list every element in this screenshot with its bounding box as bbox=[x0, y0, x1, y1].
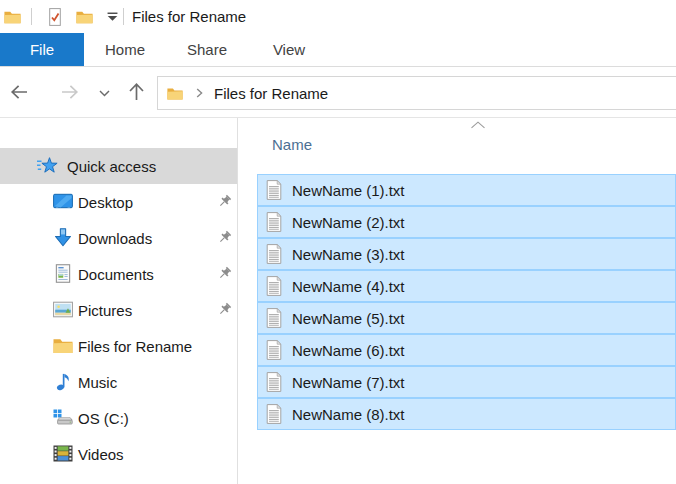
file-row[interactable]: NewName (2).txt bbox=[257, 206, 676, 238]
file-name: NewName (3).txt bbox=[292, 246, 405, 263]
properties-button[interactable] bbox=[47, 8, 63, 26]
pin-icon bbox=[217, 230, 232, 245]
text-file-icon bbox=[266, 372, 282, 392]
file-row[interactable]: NewName (3).txt bbox=[257, 238, 676, 270]
tab-share[interactable]: Share bbox=[166, 33, 248, 66]
drive-icon bbox=[53, 408, 73, 427]
sidebar-item-os-c[interactable]: OS (C:) bbox=[0, 400, 237, 436]
sidebar-item-label: Quick access bbox=[67, 158, 156, 175]
new-folder-button[interactable] bbox=[76, 10, 93, 24]
tab-view[interactable]: View bbox=[248, 33, 330, 66]
check-document-icon bbox=[47, 8, 63, 26]
music-icon bbox=[53, 372, 73, 391]
chevron-down-icon bbox=[99, 90, 110, 97]
file-row[interactable]: NewName (1).txt bbox=[257, 174, 676, 206]
file-list-pane: Name NewName (1).txt NewName (2).txt New… bbox=[238, 118, 676, 484]
sidebar-item-videos[interactable]: Videos bbox=[0, 436, 237, 472]
dropdown-arrow-icon bbox=[107, 12, 118, 21]
column-header-name[interactable]: Name bbox=[272, 136, 312, 153]
quick-access-star-icon bbox=[37, 156, 58, 175]
file-row[interactable]: NewName (7).txt bbox=[257, 366, 676, 398]
pictures-icon bbox=[53, 300, 73, 319]
file-name: NewName (8).txt bbox=[292, 406, 405, 423]
tab-home[interactable]: Home bbox=[84, 33, 166, 66]
sidebar-item-files-for-rename[interactable]: Files for Rename bbox=[0, 328, 237, 364]
address-bar[interactable]: Files for Rename bbox=[157, 76, 676, 110]
up-button[interactable] bbox=[128, 82, 145, 101]
breadcrumb-location[interactable]: Files for Rename bbox=[214, 85, 328, 102]
text-file-icon bbox=[266, 180, 282, 200]
file-name: NewName (7).txt bbox=[292, 374, 405, 391]
file-explorer-window: Files for Rename File Home Share View Fi… bbox=[0, 0, 676, 484]
sidebar-item-label: Desktop bbox=[78, 194, 133, 211]
file-name: NewName (1).txt bbox=[292, 182, 405, 199]
pin-icon bbox=[217, 266, 232, 281]
sidebar-item-label: Downloads bbox=[78, 230, 152, 247]
pin-icon bbox=[217, 302, 232, 317]
file-name: NewName (6).txt bbox=[292, 342, 405, 359]
sidebar-item-downloads[interactable]: Downloads bbox=[0, 220, 237, 256]
file-row[interactable]: NewName (5).txt bbox=[257, 302, 676, 334]
desktop-icon bbox=[53, 192, 73, 211]
toolbar-separator bbox=[123, 8, 124, 25]
text-file-icon bbox=[266, 244, 282, 264]
file-row[interactable]: NewName (8).txt bbox=[257, 398, 676, 430]
toolbar-separator bbox=[31, 8, 32, 25]
pin-icon bbox=[217, 194, 232, 209]
arrow-left-icon bbox=[10, 84, 28, 100]
recent-locations-button[interactable] bbox=[99, 90, 110, 97]
arrow-right-icon bbox=[61, 84, 79, 100]
forward-button[interactable] bbox=[61, 84, 79, 100]
folder-icon bbox=[76, 10, 93, 24]
sort-ascending-icon[interactable] bbox=[470, 121, 486, 129]
window-title: Files for Rename bbox=[132, 8, 246, 25]
sidebar-item-documents[interactable]: Documents bbox=[0, 256, 237, 292]
sidebar-item-label: Music bbox=[78, 374, 117, 391]
file-name: NewName (5).txt bbox=[292, 310, 405, 327]
breadcrumb-chevron-icon[interactable] bbox=[196, 88, 203, 98]
sidebar-item-label: Documents bbox=[78, 266, 154, 283]
documents-icon bbox=[53, 264, 73, 283]
tab-file[interactable]: File bbox=[0, 33, 84, 66]
text-file-icon bbox=[266, 404, 282, 424]
customize-quick-access-toolbar-button[interactable] bbox=[107, 12, 118, 21]
sidebar-item-label: OS (C:) bbox=[78, 410, 129, 427]
navigation-bar: Files for Rename bbox=[0, 67, 676, 118]
file-list: NewName (1).txt NewName (2).txt NewName … bbox=[257, 174, 676, 430]
address-folder-icon bbox=[167, 87, 183, 100]
videos-icon bbox=[53, 444, 73, 463]
downloads-icon bbox=[53, 228, 73, 247]
file-row[interactable]: NewName (4).txt bbox=[257, 270, 676, 302]
window-folder-icon bbox=[4, 10, 21, 24]
sidebar-item-label: Pictures bbox=[78, 302, 132, 319]
file-row[interactable]: NewName (6).txt bbox=[257, 334, 676, 366]
text-file-icon bbox=[266, 276, 282, 296]
sidebar-item-desktop[interactable]: Desktop bbox=[0, 184, 237, 220]
file-name: NewName (2).txt bbox=[292, 214, 405, 231]
sidebar-item-label: Videos bbox=[78, 446, 124, 463]
sidebar-item-music[interactable]: Music bbox=[0, 364, 237, 400]
ribbon-tab-bar: File Home Share View bbox=[0, 33, 676, 67]
folder-icon bbox=[53, 336, 73, 355]
text-file-icon bbox=[266, 212, 282, 232]
arrow-up-icon bbox=[128, 82, 145, 101]
sidebar-item-pictures[interactable]: Pictures bbox=[0, 292, 237, 328]
title-bar: Files for Rename bbox=[0, 0, 676, 33]
text-file-icon bbox=[266, 340, 282, 360]
navigation-pane: Quick access Desktop Downloads Documents… bbox=[0, 118, 237, 484]
text-file-icon bbox=[266, 308, 282, 328]
file-name: NewName (4).txt bbox=[292, 278, 405, 295]
back-button[interactable] bbox=[10, 84, 28, 100]
sidebar-item-quick-access[interactable]: Quick access bbox=[0, 148, 237, 184]
sidebar-item-label: Files for Rename bbox=[78, 338, 192, 355]
